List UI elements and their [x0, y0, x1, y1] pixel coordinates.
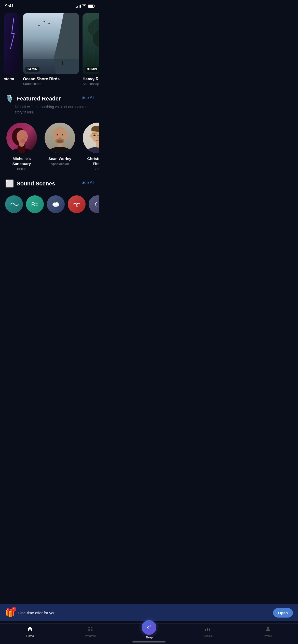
svg-rect-44: [99, 134, 99, 137]
wifi-icon: [82, 4, 86, 8]
svg-point-32: [57, 140, 63, 143]
battery-icon: [88, 5, 94, 8]
christopher-avatar: [83, 123, 99, 153]
featured-reader-title: Featured Reader: [17, 95, 61, 102]
scene-3[interactable]: [47, 195, 65, 213]
rain-title: Heavy Rain: [83, 77, 99, 81]
scene-4-circle: [68, 195, 86, 213]
microphone-icon: 🎙️: [5, 94, 14, 103]
status-bar: 9:41: [0, 0, 99, 11]
grid-icon: ⬜: [5, 179, 14, 188]
reader-michelle[interactable]: Michelle's Sanctuary British: [5, 123, 38, 171]
sean-accent: Appalachian: [51, 162, 69, 166]
status-icons: [76, 4, 94, 8]
svg-point-46: [93, 135, 96, 136]
featured-reader-header: 🎙️ Featured Reader See All: [5, 94, 94, 103]
featured-reader-desc: Drift off with the soothing voice of our…: [15, 104, 94, 115]
sound-cards-scroll[interactable]: storm: [0, 11, 99, 88]
ocean-card[interactable]: 34 MIN: [23, 13, 79, 74]
storm-title: storm: [4, 77, 19, 81]
christopher-accent: British: [93, 167, 99, 171]
svg-point-35: [59, 137, 61, 138]
scene-2-circle: [26, 195, 44, 213]
featured-reader-see-all[interactable]: See All: [82, 95, 94, 100]
sean-avatar: [45, 123, 75, 153]
scene-5[interactable]: [89, 195, 99, 213]
svg-rect-42: [91, 129, 99, 131]
rain-duration: 30 MIN: [85, 67, 99, 72]
scene-5-circle: [89, 195, 99, 213]
michelle-avatar: [6, 123, 37, 153]
sound-scenes-title: Sound Scenes: [17, 180, 55, 187]
reader-sean[interactable]: Sean Worley Appalachian: [43, 123, 76, 171]
ocean-card-wrapper[interactable]: 34 MIN Ocean Shore Birds Soundscape: [23, 13, 79, 86]
svg-point-48: [97, 137, 99, 139]
scene-2[interactable]: [26, 195, 44, 213]
sound-scenes-title-wrap: ⬜ Sound Scenes: [5, 179, 55, 188]
svg-point-51: [10, 203, 11, 204]
readers-scroll[interactable]: Michelle's Sanctuary British: [0, 118, 99, 173]
scene-1[interactable]: [5, 195, 23, 213]
svg-point-49: [90, 134, 93, 138]
ocean-duration: 34 MIN: [25, 67, 39, 72]
featured-reader-section: 🎙️ Featured Reader See All Drift off wit…: [0, 88, 99, 118]
svg-point-25: [20, 139, 25, 143]
sound-scenes-header: ⬜ Sound Scenes See All: [5, 179, 94, 188]
status-time: 9:41: [5, 4, 14, 9]
svg-point-33: [57, 134, 58, 136]
scenes-scroll[interactable]: [0, 192, 99, 216]
rain-card[interactable]: 30 MIN 🔒: [83, 13, 99, 74]
scene-1-circle: [5, 195, 23, 213]
ocean-subtitle: Soundscape: [23, 82, 79, 86]
rain-subtitle: Soundscape: [83, 82, 99, 86]
storm-card-partial[interactable]: storm: [4, 13, 19, 86]
featured-reader-title-wrap: 🎙️ Featured Reader: [5, 94, 61, 103]
svg-point-34: [62, 134, 63, 136]
svg-point-4: [62, 61, 63, 62]
christopher-name: Christopher Fitton: [82, 156, 99, 166]
rain-card-wrapper[interactable]: 30 MIN 🔒 Heavy Rain Soundscape: [83, 13, 99, 86]
svg-point-24: [24, 137, 27, 138]
svg-point-54: [55, 202, 59, 205]
signal-icon: [76, 5, 81, 8]
reader-christopher[interactable]: Christopher Fitton British: [82, 123, 99, 171]
sean-name: Sean Worley: [48, 156, 71, 161]
michelle-accent: British: [17, 167, 26, 171]
scene-3-circle: [47, 195, 65, 213]
sound-scenes-see-all[interactable]: See All: [82, 180, 94, 185]
scene-4[interactable]: [68, 195, 86, 213]
michelle-name: Michelle's Sanctuary: [5, 156, 38, 166]
sound-scenes-section: ⬜ Sound Scenes See All: [0, 173, 99, 192]
ocean-title: Ocean Shore Birds: [23, 77, 79, 81]
